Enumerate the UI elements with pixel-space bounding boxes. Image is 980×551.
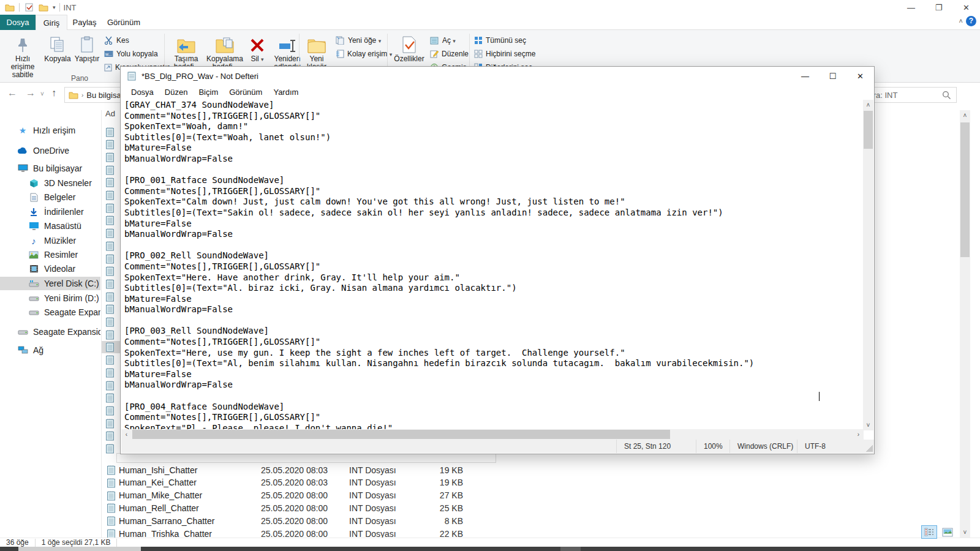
scrollbar-thumb[interactable] — [960, 122, 970, 257]
scrollbar-thumb[interactable] — [864, 111, 873, 149]
file-row[interactable]: Human_Rell_Chatter25.05.2020 08:00INT Do… — [102, 501, 530, 514]
select-all-button[interactable]: Tümünü seç — [474, 34, 526, 47]
scroll-up-icon[interactable]: ˄ — [863, 100, 873, 110]
sidebar-item[interactable]: OneDrive — [0, 144, 100, 157]
file-row[interactable] — [102, 227, 120, 239]
taskbar-edge[interactable] — [0, 547, 980, 551]
ribbon-collapse-icon[interactable]: ˄ — [959, 17, 963, 24]
menu-görünüm[interactable]: Görünüm — [224, 88, 268, 97]
file-row[interactable] — [102, 265, 120, 277]
copy-button[interactable]: Kopyala — [43, 32, 72, 63]
file-row[interactable] — [102, 176, 120, 189]
sidebar-item[interactable]: Bu bilgisayar — [0, 162, 100, 175]
sidebar-item[interactable]: Videolar — [0, 262, 100, 276]
cut-button[interactable]: Kes — [104, 34, 129, 47]
file-row[interactable]: Human_Mike_Chatter25.05.2020 08:00INT Do… — [102, 489, 530, 502]
scroll-down-icon[interactable]: ˅ — [960, 527, 970, 538]
menu-dosya[interactable]: Dosya — [126, 88, 159, 97]
notepad-maximize-button[interactable]: ☐ — [819, 67, 846, 85]
file-row[interactable] — [102, 328, 120, 340]
notepad-minimize-button[interactable]: — — [791, 67, 819, 85]
scroll-down-icon[interactable]: ˅ — [863, 420, 873, 430]
sidebar-item[interactable]: Ağ — [0, 343, 100, 357]
notepad-text-area[interactable]: [GRAY_CHAT_374 SoundNodeWave] Comment="N… — [121, 100, 864, 430]
file-row[interactable] — [102, 303, 120, 315]
file-row[interactable]: Human_Kei_Chatter25.05.2020 08:03INT Dos… — [102, 476, 530, 489]
sidebar-item[interactable]: Resimler — [0, 248, 100, 261]
file-row[interactable] — [102, 126, 120, 138]
qat-properties-icon[interactable] — [23, 2, 34, 12]
file-row[interactable] — [102, 189, 120, 201]
file-row[interactable] — [102, 341, 120, 353]
file-row[interactable] — [102, 239, 120, 252]
file-row[interactable] — [102, 201, 120, 214]
explorer-close-button[interactable]: ✕ — [952, 0, 980, 15]
file-row[interactable] — [102, 277, 120, 290]
file-row[interactable] — [102, 290, 120, 302]
file-row[interactable] — [102, 163, 120, 176]
sidebar-item[interactable]: Yeni Birim (D:) — [0, 291, 100, 305]
qat-new-folder-icon[interactable] — [38, 2, 49, 12]
file-row[interactable] — [102, 366, 120, 378]
file-row[interactable]: Human_Ishi_Chatter25.05.2020 08:03INT Do… — [102, 463, 530, 476]
sidebar-item[interactable]: ★Hızlı erişim — [0, 124, 100, 137]
sidebar-item[interactable]: Seagate Expansion I — [0, 305, 100, 319]
forward-icon[interactable]: → — [26, 88, 36, 99]
recent-locations-icon[interactable]: ˅ — [40, 91, 44, 97]
copy-path-button[interactable]: w... Yolu kopyala — [104, 47, 158, 60]
help-icon[interactable]: ? — [966, 16, 976, 26]
explorer-restore-button[interactable]: ❐ — [925, 0, 952, 15]
thumbnail-view-button[interactable] — [940, 525, 956, 539]
file-row[interactable] — [102, 379, 120, 391]
qat-customize-dropdown-icon[interactable]: ▾ — [53, 4, 56, 10]
notepad-title-bar[interactable]: *BS_Dlg_PRO_Wav - Not Defteri — ☐ ✕ — [121, 67, 874, 85]
file-row[interactable] — [102, 430, 120, 442]
pin-quick-access-button[interactable]: Hızlı erişime sabitle — [5, 32, 40, 79]
new-item-button[interactable]: Yeni öğe ▾ — [336, 34, 381, 47]
explorer-vertical-scrollbar[interactable]: ˄ ˅ — [960, 110, 970, 538]
menu-yardım[interactable]: Yardım — [268, 88, 304, 97]
file-row[interactable] — [102, 354, 120, 366]
file-row[interactable] — [102, 151, 120, 163]
notepad-vertical-scrollbar[interactable]: ˄ ˅ — [863, 100, 873, 430]
column-header-name[interactable]: Ad — [105, 109, 115, 121]
new-folder-button[interactable]: Yeni klasör — [303, 32, 331, 71]
file-row[interactable] — [102, 404, 120, 416]
sidebar-item[interactable]: 3D Nesneler — [0, 176, 100, 190]
sidebar-item[interactable]: Seagate Expansion Dı — [0, 325, 100, 339]
file-row[interactable]: Human_Sarrano_Chatter25.05.2020 08:00INT… — [102, 514, 530, 527]
menu-biçim[interactable]: Biçim — [193, 88, 224, 97]
notepad-close-button[interactable]: ✕ — [846, 67, 874, 85]
file-row[interactable] — [102, 138, 120, 151]
scroll-right-icon[interactable]: › — [853, 429, 864, 440]
back-icon[interactable]: ← — [7, 88, 17, 99]
easy-access-button[interactable]: Kolay erişim ▾ — [336, 47, 392, 60]
scrollbar-thumb[interactable] — [132, 430, 670, 439]
sidebar-item[interactable]: Belgeler — [0, 190, 100, 204]
select-none-button[interactable]: Hiçbirini seçme — [474, 47, 535, 60]
sidebar-item[interactable]: Masaüstü — [0, 219, 100, 233]
delete-button[interactable]: Sil ▾ — [246, 32, 268, 64]
explorer-minimize-button[interactable]: — — [897, 0, 925, 15]
open-button[interactable]: Aç ▾ — [430, 34, 456, 47]
sidebar-item[interactable]: ♪Müzikler — [0, 234, 100, 247]
rename-button[interactable]: Yeniden adlandır — [270, 32, 305, 71]
scroll-up-icon[interactable]: ˄ — [960, 110, 970, 121]
file-row[interactable] — [102, 214, 120, 227]
file-row[interactable] — [102, 392, 120, 404]
search-icon[interactable] — [942, 91, 951, 100]
edit-button[interactable]: Düzenle — [430, 47, 469, 60]
menu-düzen[interactable]: Düzen — [159, 88, 194, 97]
up-icon[interactable]: ↑ — [51, 88, 56, 99]
notepad-horizontal-scrollbar[interactable]: ‹ › — [121, 429, 864, 440]
sidebar-item[interactable]: İndirilenler — [0, 205, 100, 219]
file-row[interactable] — [102, 316, 120, 328]
file-row[interactable] — [102, 252, 120, 264]
paste-button[interactable]: Yapıştır — [72, 32, 102, 63]
tab-share[interactable]: Paylaş — [67, 15, 102, 30]
tab-file[interactable]: Dosya — [0, 15, 36, 30]
details-view-button[interactable] — [921, 525, 937, 539]
tab-home[interactable]: Giriş — [36, 15, 67, 30]
search-input[interactable]: Ara: INT — [862, 87, 957, 103]
tab-view[interactable]: Görünüm — [103, 15, 145, 30]
